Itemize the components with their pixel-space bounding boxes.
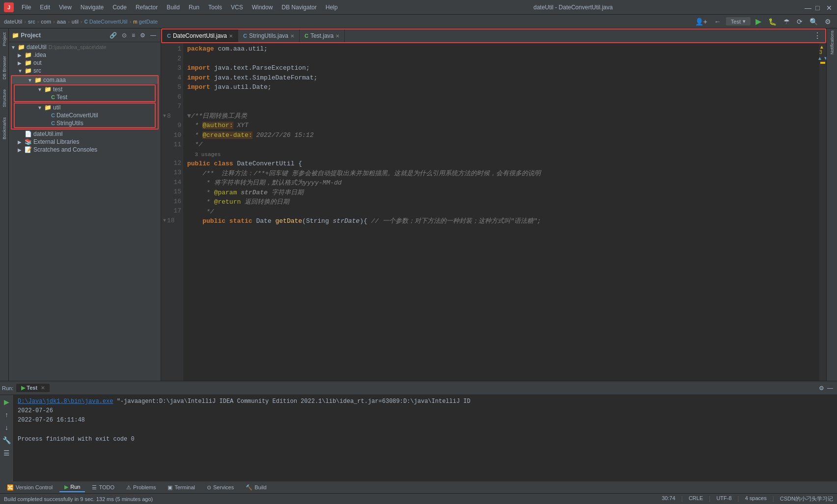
run-config-selector[interactable]: Test ▾ bbox=[726, 17, 751, 26]
bottom-tool-run[interactable]: ▶ Run bbox=[59, 483, 85, 492]
menu-dbnavigator[interactable]: DB Navigator bbox=[278, 3, 320, 12]
cursor-position[interactable]: 30:74 bbox=[662, 495, 675, 503]
statusbar-right: 30:74 | CRLE | UTF-8 | 4 spaces | CSDN的小… bbox=[662, 495, 833, 503]
menu-window[interactable]: Window bbox=[248, 3, 277, 12]
bottom-tool-todo[interactable]: ☰ TODO bbox=[87, 483, 119, 492]
window-title: dateUtil - DateConvertUtil.java bbox=[533, 4, 613, 11]
tab-bar: C DateConvertUtil.java ✕ C StringUtils.j… bbox=[161, 28, 826, 43]
tree-item-test[interactable]: ▼ 📁 test bbox=[15, 85, 155, 93]
bottom-tool-build[interactable]: 🔨 Build bbox=[241, 483, 271, 492]
structure-side-label[interactable]: Structure bbox=[2, 89, 7, 107]
tree-item-root[interactable]: ▼ 📁 dateUtil D:\java\idea_space\date bbox=[9, 43, 161, 51]
search-everywhere-button[interactable]: 🔍 bbox=[808, 17, 820, 27]
breadcrumb-class[interactable]: C DateConvertUtil bbox=[84, 19, 128, 25]
tree-item-out[interactable]: ▶ 📁 out bbox=[9, 59, 161, 67]
maximize-button[interactable]: □ bbox=[815, 4, 822, 11]
tab-test-label: Test.java bbox=[310, 32, 334, 39]
line-ending[interactable]: CRLE bbox=[689, 495, 703, 503]
tree-item-iml[interactable]: 📄 dateUtil.iml bbox=[9, 130, 161, 138]
run-minimize-button[interactable]: — bbox=[827, 385, 833, 392]
tree-item-src[interactable]: ▼ 📁 src bbox=[9, 67, 161, 75]
minimize-button[interactable]: — bbox=[805, 4, 811, 11]
code-content[interactable]: package com.aaa.util; import java.text.P… bbox=[183, 43, 819, 381]
tab-dateconvertutil-close[interactable]: ✕ bbox=[229, 33, 233, 39]
run-settings-button[interactable]: ⚙ bbox=[819, 385, 824, 392]
breadcrumb-src[interactable]: src bbox=[28, 19, 35, 25]
tab-more-button[interactable]: ⋮ bbox=[809, 29, 825, 42]
menu-run[interactable]: Run bbox=[185, 3, 203, 12]
menu-view[interactable]: View bbox=[55, 3, 76, 12]
menu-edit[interactable]: Edit bbox=[36, 3, 54, 12]
tree-item-external-libs[interactable]: ▶ 📚 External Libraries bbox=[9, 138, 161, 146]
settings-button[interactable]: ⚙ bbox=[823, 17, 833, 27]
indent[interactable]: 4 spaces bbox=[745, 495, 767, 503]
run-line-finished: Process finished with exit code 0 bbox=[18, 435, 833, 444]
tab-test[interactable]: C Test.java ✕ bbox=[300, 29, 345, 42]
close-button[interactable]: ✕ bbox=[826, 4, 833, 11]
tab-stringutils-close[interactable]: ✕ bbox=[290, 33, 294, 39]
run-scroll-down[interactable]: ↓ bbox=[4, 423, 9, 432]
back-button[interactable]: ← bbox=[712, 17, 723, 27]
tree-item-scratches[interactable]: ▶ 📝 Scratches and Consoles bbox=[9, 146, 161, 154]
breadcrumb-method[interactable]: m getDate bbox=[133, 19, 158, 25]
project-panel: 📁 Project 🔗 ⊙ ≡ ⚙ — ▼ 📁 dateUtil D:\java… bbox=[9, 28, 161, 381]
build-status: Build completed successfully in 9 sec. 1… bbox=[4, 496, 153, 502]
run-line-cmd: D:\Java\jdk1.8\bin\java.exe "-javaagent:… bbox=[18, 397, 833, 406]
navbar-right: 👤+ ← Test ▾ ▶ 🐛 ☂ ⟳ 🔍 ⚙ bbox=[693, 16, 833, 27]
tab-stringutils[interactable]: C StringUtils.java ✕ bbox=[238, 29, 300, 42]
debug-button[interactable]: 🐛 bbox=[766, 17, 779, 27]
breadcrumb-aaa[interactable]: aaa bbox=[57, 19, 66, 25]
menu-file[interactable]: File bbox=[18, 3, 35, 12]
bottom-tool-problems[interactable]: ⚠ Problems bbox=[121, 483, 161, 492]
breadcrumb-util[interactable]: util bbox=[72, 19, 79, 25]
tab-dateconvertutil[interactable]: C DateConvertUtil.java ✕ bbox=[162, 29, 238, 42]
tree-item-stringutils[interactable]: C StringUtils bbox=[15, 119, 155, 127]
project-scope[interactable]: ⊙ bbox=[120, 31, 128, 39]
run-again-button[interactable]: ▶ bbox=[3, 397, 10, 407]
run-button[interactable]: ▶ bbox=[753, 16, 763, 27]
tree-item-com-aaa[interactable]: ▼ 📁 com.aaa bbox=[12, 76, 158, 84]
run-wrench[interactable]: 🔧 bbox=[1, 435, 12, 445]
todo-icon: ☰ bbox=[92, 484, 97, 491]
db-browser-side-label[interactable]: DB Browser bbox=[2, 56, 7, 80]
notifications-label[interactable]: Notifications bbox=[830, 30, 835, 54]
tree-item-test-java[interactable]: C Test bbox=[15, 93, 155, 101]
project-close[interactable]: — bbox=[149, 31, 158, 39]
tree-item-dateconvertutil[interactable]: C DateConvertUtil bbox=[15, 111, 155, 119]
run-filter[interactable]: ☰ bbox=[2, 448, 11, 458]
bottom-tab-run-close[interactable]: ✕ bbox=[41, 385, 45, 391]
menu-help[interactable]: Help bbox=[322, 3, 342, 12]
build-icon: 🔨 bbox=[246, 484, 252, 491]
user-attribution: CSDN的小刁头学习记 bbox=[780, 495, 833, 503]
profile-button[interactable]: 👤+ bbox=[693, 17, 709, 27]
breadcrumb-project[interactable]: dateUtil bbox=[4, 19, 22, 25]
menu-build[interactable]: Build bbox=[163, 3, 184, 12]
menu-vcs[interactable]: VCS bbox=[227, 3, 247, 12]
tab-test-close[interactable]: ✕ bbox=[335, 33, 339, 39]
menu-navigate[interactable]: Navigate bbox=[77, 3, 108, 12]
tree-item-util[interactable]: ▼ 📁 util bbox=[15, 104, 155, 111]
breadcrumb-com[interactable]: com bbox=[41, 19, 51, 25]
project-side-label[interactable]: Project bbox=[2, 32, 7, 46]
project-sort[interactable]: ≡ bbox=[130, 31, 137, 39]
run-scroll-up[interactable]: ↑ bbox=[4, 410, 9, 420]
project-external-link[interactable]: 🔗 bbox=[108, 31, 118, 39]
profile-run-button[interactable]: ⟳ bbox=[795, 17, 805, 27]
menu-code[interactable]: Code bbox=[109, 3, 131, 12]
navbar: dateUtil › src › com › aaa › util › C Da… bbox=[0, 15, 837, 28]
project-settings[interactable]: ⚙ bbox=[139, 31, 147, 39]
bottom-tool-services[interactable]: ⊙ Services bbox=[202, 483, 239, 492]
coverage-button[interactable]: ☂ bbox=[781, 17, 792, 27]
bookmarks-side-label[interactable]: Bookmarks bbox=[2, 117, 7, 139]
menu-refactor[interactable]: Refactor bbox=[132, 3, 162, 12]
bottom-tool-version-control[interactable]: 🔀 Version Control bbox=[2, 483, 57, 492]
run-command[interactable]: D:\Java\jdk1.8\bin\java.exe bbox=[18, 398, 113, 405]
tree-item-idea[interactable]: ▶ 📁 .idea bbox=[9, 51, 161, 59]
editor-section: C DateConvertUtil.java ✕ C StringUtils.j… bbox=[161, 28, 826, 381]
run-output: D:\Java\jdk1.8\bin\java.exe "-javaagent:… bbox=[14, 395, 837, 481]
bottom-tool-tabs: 🔀 Version Control ▶ Run ☰ TODO ⚠ Problem… bbox=[0, 481, 837, 493]
bottom-tool-terminal[interactable]: ▣ Terminal bbox=[163, 483, 200, 492]
charset[interactable]: UTF-8 bbox=[716, 495, 731, 503]
bottom-tab-run[interactable]: ▶ Test ✕ bbox=[16, 384, 50, 392]
menu-tools[interactable]: Tools bbox=[204, 3, 226, 12]
